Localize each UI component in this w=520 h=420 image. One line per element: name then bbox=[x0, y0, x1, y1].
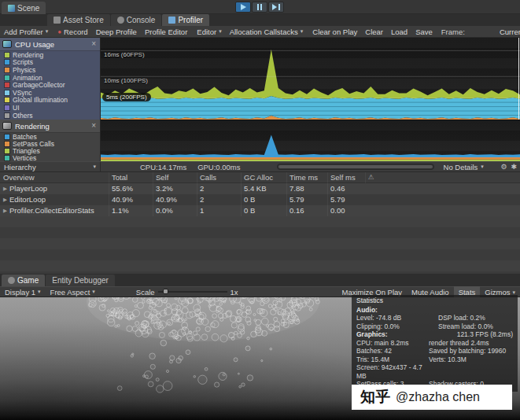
row-value-cell: 0.46 bbox=[327, 183, 365, 194]
row-name-cell: ▶Profiler.CollectEditorStats bbox=[0, 205, 109, 216]
slider-thumb[interactable] bbox=[163, 289, 168, 294]
game-viewport[interactable]: Statistics Audio: Level: -74.8 dBDSP loa… bbox=[0, 297, 520, 420]
watermark-brand: 知乎 bbox=[360, 387, 390, 407]
table-row[interactable]: ▶Profiler.CollectEditorStats1.1%0.0%10 B… bbox=[0, 205, 520, 216]
column-header-gc-alloc[interactable]: GC Alloc bbox=[241, 172, 286, 183]
legend-item-vertices[interactable]: Vertices bbox=[0, 154, 100, 161]
row-value-cell: 0 B bbox=[241, 194, 286, 205]
legend-color-chip bbox=[5, 142, 9, 146]
graphics-section-header: Graphics: 121.3 FPS (8.2ms) bbox=[356, 330, 513, 339]
row-name: PlayerLoop bbox=[9, 184, 47, 193]
row-value-cell: 0 B bbox=[241, 205, 286, 216]
chevron-down-icon: ▾ bbox=[219, 28, 222, 35]
hierarchy-dropdown[interactable]: Hierarchy ▾ bbox=[0, 162, 101, 171]
pause-button[interactable] bbox=[252, 2, 267, 13]
stats-line: Screen: 942x437 - 4.7 MB bbox=[356, 363, 513, 380]
clear-button[interactable]: Clear bbox=[361, 26, 387, 38]
gridline-label-16ms: 16ms (60FPS) bbox=[104, 51, 145, 58]
stats-overlay: Statistics Audio: Level: -74.8 dBDSP loa… bbox=[352, 295, 518, 392]
tab-profiler[interactable]: Profiler bbox=[162, 14, 209, 26]
scale-value: 1x bbox=[230, 288, 238, 297]
row-name: EditorLoop bbox=[9, 195, 46, 204]
scrollbar-thumb[interactable] bbox=[278, 165, 433, 168]
table-row[interactable]: ▶PlayerLoop55.6%3.2%25.4 KB7.880.46 bbox=[0, 183, 520, 194]
record-toggle[interactable]: ● Record bbox=[53, 26, 91, 38]
column-header-calls[interactable]: Calls bbox=[197, 172, 241, 183]
cpu-usage-module[interactable]: CPU Usage × RenderingScriptsPhysicsAnima… bbox=[0, 38, 100, 120]
game-icon bbox=[8, 277, 15, 284]
expand-arrow-icon[interactable]: ▶ bbox=[3, 186, 7, 191]
legend-label: Rendering bbox=[13, 51, 43, 59]
legend-label: Scripts bbox=[13, 58, 33, 66]
legend-item-others[interactable]: Others bbox=[0, 112, 100, 120]
gear-icon[interactable]: ⚙ bbox=[500, 163, 507, 171]
legend-item-animation[interactable]: Animation bbox=[0, 74, 100, 82]
cpu-usage-chart-canvas[interactable] bbox=[101, 38, 520, 120]
rendering-chart[interactable] bbox=[101, 120, 520, 161]
frame-time-summary: CPU:14.17ms GPU:0.00ms bbox=[140, 163, 241, 171]
tab-console[interactable]: Console bbox=[111, 14, 162, 26]
pause-icon bbox=[257, 4, 260, 10]
clear-on-play-toggle[interactable]: Clear on Play bbox=[308, 26, 361, 38]
step-button[interactable] bbox=[268, 2, 284, 13]
save-button[interactable]: Save bbox=[411, 26, 437, 38]
play-icon bbox=[241, 4, 246, 10]
warning-icon[interactable]: ⚠ bbox=[365, 172, 520, 183]
column-header-overview[interactable]: Overview bbox=[0, 172, 109, 183]
legend-item-rendering[interactable]: Rendering bbox=[0, 51, 100, 59]
legend-color-chip bbox=[5, 53, 9, 57]
gpu-time: GPU:0.00ms bbox=[197, 163, 240, 171]
editor-dropdown[interactable]: Editor ▾ bbox=[193, 26, 225, 38]
column-header-time-ms[interactable]: Time ms bbox=[286, 172, 327, 183]
profile-editor-toggle[interactable]: Profile Editor bbox=[141, 26, 191, 38]
stats-line: CPU: main 8.2msrender thread 2.4ms bbox=[356, 339, 513, 348]
frame-label: Frame: bbox=[441, 28, 465, 36]
expand-arrow-icon[interactable]: ▶ bbox=[3, 208, 7, 213]
legend-item-garbagecollector[interactable]: GarbageCollector bbox=[0, 81, 100, 89]
aspect-dropdown[interactable]: Free Aspect ▾ bbox=[46, 286, 100, 297]
legend-color-chip bbox=[5, 68, 9, 72]
close-icon[interactable]: × bbox=[90, 122, 98, 130]
rendering-module-header[interactable]: Rendering × bbox=[0, 120, 100, 133]
table-row[interactable]: ▶EditorLoop40.9%40.9%20 B5.795.79 bbox=[0, 194, 520, 205]
star-icon[interactable]: ✱ bbox=[511, 163, 517, 171]
column-header-self-ms[interactable]: Self ms bbox=[327, 172, 365, 183]
chevron-down-icon: ▾ bbox=[38, 289, 41, 295]
record-icon: ● bbox=[57, 28, 61, 35]
row-value-cell: 1 bbox=[197, 205, 241, 216]
cpu-usage-icon bbox=[2, 40, 12, 48]
row-value-cell: 3.2% bbox=[153, 183, 197, 194]
expand-arrow-icon[interactable]: ▶ bbox=[3, 197, 7, 202]
cpu-usage-module-header[interactable]: CPU Usage × bbox=[0, 38, 100, 51]
legend-item-scripts[interactable]: Scripts bbox=[0, 59, 100, 67]
details-dropdown[interactable]: No Details ▾ bbox=[444, 163, 484, 171]
scale-slider[interactable] bbox=[158, 291, 227, 293]
legend-label: Global Illumination bbox=[13, 96, 68, 104]
close-icon[interactable]: × bbox=[90, 40, 98, 48]
module-title: CPU Usage bbox=[15, 40, 54, 49]
deep-profile-toggle[interactable]: Deep Profile bbox=[92, 26, 141, 38]
cpu-usage-chart[interactable]: 16ms (60FPS) 10ms (100FPS) 5ms (200FPS) bbox=[101, 38, 520, 120]
tab-game[interactable]: Game bbox=[2, 274, 45, 286]
tab-entity-debugger[interactable]: Entity Debugger bbox=[46, 274, 115, 286]
rendering-chart-canvas[interactable] bbox=[101, 120, 520, 161]
chevron-down-icon: ▾ bbox=[46, 28, 49, 35]
display-dropdown[interactable]: Display 1 ▾ bbox=[0, 286, 46, 297]
allocation-callstacks-dropdown[interactable]: Allocation Callstacks ▾ bbox=[226, 26, 308, 38]
load-button[interactable]: Load bbox=[387, 26, 411, 38]
tab-scene-label: Scene bbox=[17, 4, 39, 13]
column-header-total[interactable]: Total bbox=[109, 172, 153, 183]
frame-scrollbar[interactable] bbox=[277, 164, 434, 170]
rendering-module[interactable]: Rendering × BatchesSetPass CallsTriangle… bbox=[0, 120, 100, 161]
legend-item-global-illumination[interactable]: Global Illumination bbox=[0, 97, 100, 105]
play-button[interactable] bbox=[235, 2, 251, 13]
chevron-down-icon: ▾ bbox=[93, 164, 96, 170]
legend-item-ui[interactable]: UI bbox=[0, 104, 100, 112]
tab-scene[interactable]: Scene bbox=[2, 2, 46, 14]
legend-item-physics[interactable]: Physics bbox=[0, 66, 100, 74]
add-profiler-dropdown[interactable]: Add Profiler ▾ bbox=[0, 26, 52, 38]
legend-item-vsync[interactable]: VSync bbox=[0, 89, 100, 97]
tab-asset-store[interactable]: Asset Store bbox=[47, 14, 110, 26]
column-header-self[interactable]: Self bbox=[153, 172, 197, 183]
scale-label: Scale bbox=[136, 288, 155, 297]
